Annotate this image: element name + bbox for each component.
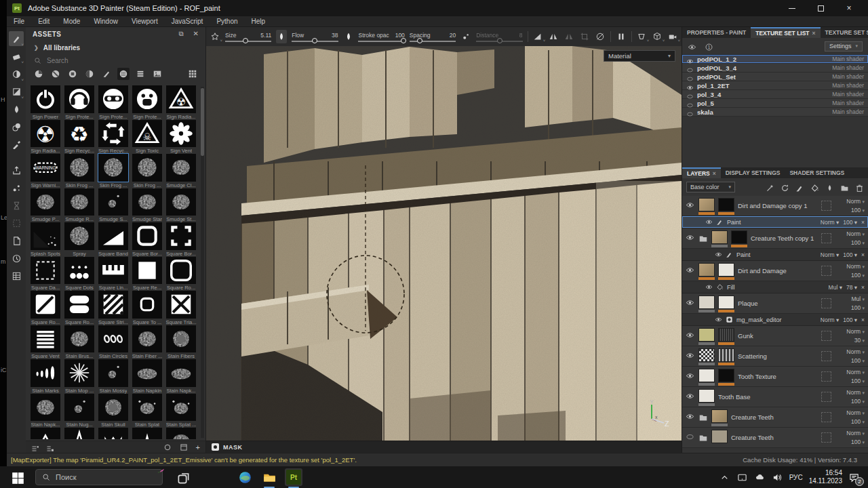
- blend-mode-dropdown[interactable]: Norm ▾: [821, 317, 839, 323]
- spacing-dots-icon[interactable]: [460, 30, 471, 43]
- grid-view-icon[interactable]: [186, 68, 199, 80]
- menu-item-edit[interactable]: Edit: [31, 16, 56, 27]
- asset-item[interactable]: Smudge Cl...: [164, 154, 198, 188]
- maximize-button[interactable]: [816, 4, 825, 12]
- asset-item[interactable]: ♻Sign Recyc...: [62, 120, 96, 155]
- filter-alphas[interactable]: [117, 68, 130, 80]
- effect-row[interactable]: PaintNorm ▾100 ▾×: [682, 249, 868, 261]
- asset-item[interactable]: [28, 428, 62, 439]
- blend-mode-dropdown[interactable]: Norm ▾: [846, 348, 865, 357]
- asset-item[interactable]: Square Dots: [62, 257, 96, 291]
- distance-slider[interactable]: Distance8: [476, 32, 522, 42]
- blend-mode-dropdown[interactable]: Norm ▾: [846, 409, 865, 418]
- detail-view-icon[interactable]: [46, 443, 54, 451]
- tab-shader-settings[interactable]: SHADER SETTINGS: [785, 167, 849, 178]
- asset-item[interactable]: Spray: [62, 222, 96, 257]
- menu-item-window[interactable]: Window: [87, 16, 125, 27]
- slider-track[interactable]: [410, 41, 456, 42]
- layer-row[interactable]: Creature TeethNorm ▾100 ▾: [682, 407, 868, 428]
- notification-center-icon[interactable]: 2: [848, 472, 860, 483]
- filter-materials[interactable]: [33, 68, 45, 80]
- tab-display-settings[interactable]: DISPLAY SETTINGS: [721, 167, 785, 178]
- polygon-fill-tool[interactable]: ˅: [9, 84, 24, 99]
- asset-item[interactable]: Sign Prote...: [62, 85, 96, 120]
- clone-tool[interactable]: [9, 119, 24, 134]
- layer-row[interactable]: Creature TeethNorm ▾100 ▾: [682, 428, 868, 448]
- asset-item[interactable]: Square Da...: [28, 257, 62, 291]
- taskbar-search[interactable]: Поиск: [35, 469, 163, 485]
- tablet-mode-icon[interactable]: [736, 472, 748, 483]
- transform[interactable]: [9, 216, 24, 230]
- asset-item[interactable]: Square Ro...: [62, 291, 96, 325]
- asset-item[interactable]: WARNINGSign Warni...: [28, 154, 62, 188]
- close-button[interactable]: ×: [845, 4, 853, 12]
- history[interactable]: [9, 251, 24, 266]
- filter-smart-masks[interactable]: [66, 68, 79, 80]
- falloff-icon[interactable]: ˅: [532, 30, 543, 43]
- projection-toggle-icon[interactable]: [595, 30, 606, 43]
- viewport-mode-icon[interactable]: ˅: [652, 30, 663, 43]
- bucket-icon[interactable]: [810, 183, 819, 192]
- asset-item[interactable]: Stain Napk...: [164, 359, 198, 394]
- fxloop-icon[interactable]: [781, 183, 789, 192]
- asset-item[interactable]: Stain Fibers: [164, 325, 198, 360]
- asset-item[interactable]: Sign Prote...: [130, 85, 164, 120]
- filter-environments[interactable]: [151, 68, 163, 80]
- asset-item[interactable]: Smudge Star: [130, 188, 164, 223]
- brush-tip-icon[interactable]: [343, 30, 354, 43]
- refresh-icon[interactable]: [163, 443, 172, 451]
- menu-item-viewport[interactable]: Viewport: [125, 16, 165, 27]
- layer-row[interactable]: Tooth TextureNorm ▾100 ▾: [682, 367, 868, 387]
- eraser-tool[interactable]: ˅: [9, 49, 24, 64]
- blend-mode-dropdown[interactable]: Norm ▾: [846, 368, 865, 377]
- language-indicator[interactable]: РУС: [789, 474, 803, 481]
- blend-mode-dropdown[interactable]: Mul ▾: [829, 284, 842, 291]
- eye-off-icon[interactable]: [686, 64, 694, 72]
- eye-icon[interactable]: [686, 411, 695, 424]
- tab-texture-set-list[interactable]: TEXTURE SET LIST×: [751, 27, 820, 38]
- asset-item[interactable]: Smudge R...: [62, 188, 96, 223]
- eye-icon[interactable]: [686, 82, 694, 89]
- layer-row[interactable]: ScatteringNorm ▾100 ▾: [682, 346, 868, 367]
- layer-row[interactable]: Creature Teeth copy 1Norm ▾100 ▾: [682, 228, 868, 249]
- eye-icon[interactable]: [705, 283, 713, 291]
- camera-icon[interactable]: ˅: [667, 30, 678, 43]
- asset-item[interactable]: Square Ro...: [28, 291, 62, 325]
- ear-icon[interactable]: [825, 183, 834, 192]
- eye-icon[interactable]: [715, 316, 722, 323]
- asset-item[interactable]: Skin Frog ...: [62, 154, 96, 188]
- asset-item[interactable]: Skin Frog ...: [130, 154, 164, 188]
- delete-effect-icon[interactable]: ×: [861, 251, 865, 258]
- opacity-dropdown[interactable]: 100 ▾: [851, 206, 865, 215]
- eye-icon[interactable]: [686, 200, 695, 212]
- bake[interactable]: [9, 198, 24, 213]
- asset-item[interactable]: Stain Napkin: [130, 359, 164, 394]
- stroke-opacity-slider[interactable]: Stroke opac100: [358, 32, 404, 42]
- slider-knob[interactable]: [497, 38, 502, 43]
- asset-item[interactable]: Square Bor...: [130, 222, 164, 257]
- opacity-dropdown[interactable]: 100 ▾: [851, 304, 865, 312]
- radial-symmetry-icon[interactable]: [564, 30, 574, 43]
- list-view-icon[interactable]: [31, 443, 39, 451]
- visibility-filter-icon[interactable]: [688, 42, 696, 51]
- opacity-dropdown[interactable]: 100 ▾: [851, 418, 865, 426]
- asset-item[interactable]: [96, 428, 130, 439]
- slider-track[interactable]: [225, 41, 271, 42]
- opacity-dropdown[interactable]: 100 ▾: [851, 397, 865, 406]
- asset-item[interactable]: Skin Frog ...: [96, 154, 130, 188]
- eye-icon[interactable]: [686, 350, 695, 363]
- opacity-dropdown[interactable]: 100 ▾: [851, 438, 865, 447]
- opacity-dropdown[interactable]: 100 ▾: [851, 357, 865, 365]
- eye-off-icon[interactable]: [686, 100, 694, 107]
- asset-item[interactable]: Sign Power: [28, 85, 62, 120]
- layer-row[interactable]: PlaqueMul ▾100 ▾: [682, 293, 868, 314]
- brush-tip-icon[interactable]: [276, 30, 287, 43]
- eye-icon[interactable]: [686, 371, 695, 383]
- asset-item[interactable]: [130, 428, 164, 439]
- blend-mode-dropdown[interactable]: Norm ▾: [846, 327, 865, 336]
- slider-knob[interactable]: [417, 38, 422, 43]
- tray-expand-icon[interactable]: [719, 472, 730, 483]
- blend-mode-dropdown[interactable]: Mul ▾: [851, 295, 865, 304]
- filter-textures[interactable]: [134, 68, 146, 80]
- opacity-dropdown[interactable]: 100 ▾: [843, 251, 857, 258]
